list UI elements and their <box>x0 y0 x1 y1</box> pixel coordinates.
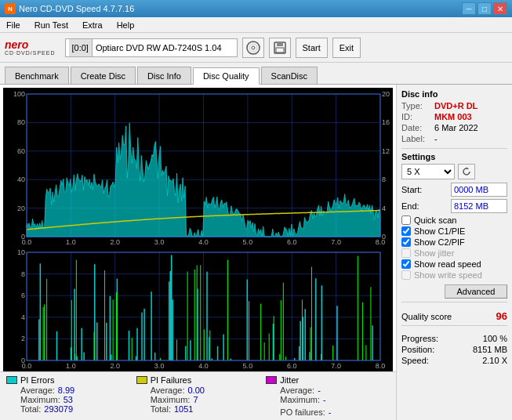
advanced-button[interactable]: Advanced <box>445 284 507 299</box>
menu-bar: File Run Test Extra Help <box>0 17 512 33</box>
progress-label: Progress: <box>401 334 438 343</box>
right-panel: Disc info Type: DVD+R DL ID: MKM 003 Dat… <box>396 85 512 420</box>
quick-scan-row: Quick scan <box>401 215 507 225</box>
svg-rect-4 <box>277 42 283 46</box>
drive-index: [0:0] <box>69 39 93 56</box>
show-jitter-checkbox[interactable] <box>401 248 411 258</box>
jitter-max-label: Maximum: <box>280 395 320 404</box>
disc-label-value: - <box>434 134 438 143</box>
menu-file[interactable]: File <box>3 20 24 31</box>
show-read-speed-checkbox[interactable] <box>401 259 411 269</box>
close-button[interactable]: ✕ <box>493 2 507 15</box>
refresh-icon-btn[interactable] <box>458 164 475 179</box>
progress-row: Progress: 100 % <box>401 334 507 343</box>
disc-id-label: ID: <box>401 112 431 121</box>
main-chart <box>3 88 393 371</box>
pi-errors-max-val: 53 <box>64 395 73 404</box>
disc-icon-btn[interactable] <box>242 38 264 58</box>
maximize-button[interactable]: □ <box>478 2 492 15</box>
pi-failures-avg-label: Average: <box>151 386 185 395</box>
disc-date-value: 6 Mar 2022 <box>434 123 478 132</box>
quality-score-label: Quality score <box>401 312 452 321</box>
exit-button[interactable]: Exit <box>332 38 361 58</box>
svg-point-1 <box>252 46 255 49</box>
show-c1pie-label[interactable]: Show C1/PIE <box>414 226 465 236</box>
legend-pi-failures: PI Failures Average: 0.00 Maximum: 7 Tot… <box>136 375 260 417</box>
settings-section-title: Settings <box>401 152 507 161</box>
menu-run-test[interactable]: Run Test <box>31 20 71 31</box>
disc-id-value: MKM 003 <box>434 112 472 121</box>
legend-jitter: Jitter Average: - Maximum: - PO failures… <box>266 375 390 417</box>
menu-help[interactable]: Help <box>114 20 138 31</box>
pi-failures-avg-val: 0.00 <box>187 386 204 395</box>
quick-scan-checkbox[interactable] <box>401 215 411 225</box>
start-input[interactable] <box>451 183 507 197</box>
speed-select[interactable]: 5 X 4 X 8 X Max <box>401 164 455 179</box>
pi-failures-max-label: Maximum: <box>151 395 191 404</box>
save-icon-btn[interactable] <box>269 38 291 58</box>
po-failures-label: PO failures: <box>280 407 325 417</box>
legend-pi-errors: PI Errors Average: 8.99 Maximum: 53 Tota… <box>6 375 130 417</box>
charts-container <box>3 88 393 371</box>
po-failures-val: - <box>329 407 332 417</box>
speed-label: Speed: <box>401 356 429 365</box>
pi-failures-total-label: Total: <box>151 404 171 414</box>
quick-scan-label[interactable]: Quick scan <box>414 215 456 225</box>
show-read-speed-row: Show read speed <box>401 259 507 269</box>
tab-bar: Benchmark Create Disc Disc Info Disc Qua… <box>0 63 512 85</box>
end-label: End: <box>401 201 419 211</box>
disc-type-value: DVD+R DL <box>434 101 478 110</box>
disc-icon <box>246 41 260 55</box>
drive-selector[interactable]: [0:0] Optiarc DVD RW AD-7240S 1.04 <box>65 38 238 57</box>
tab-create-disc[interactable]: Create Disc <box>71 67 136 84</box>
show-write-speed-checkbox[interactable] <box>401 270 411 280</box>
svg-rect-5 <box>276 48 284 52</box>
tab-disc-info[interactable]: Disc Info <box>137 67 191 84</box>
end-row: End: <box>401 199 507 213</box>
menu-extra[interactable]: Extra <box>79 20 106 31</box>
jitter-swatch <box>266 376 277 384</box>
show-c2pif-label[interactable]: Show C2/PIF <box>414 237 465 247</box>
svg-point-0 <box>247 42 260 54</box>
pi-failures-max-val: 7 <box>193 395 198 404</box>
title-text: Nero CD-DVD Speed 4.7.7.16 <box>19 4 134 13</box>
title-bar: N Nero CD-DVD Speed 4.7.7.16 ─ □ ✕ <box>0 0 512 17</box>
disc-type-label: Type: <box>401 101 431 110</box>
jitter-avg-val: - <box>318 386 321 395</box>
pi-errors-max-label: Maximum: <box>20 395 60 404</box>
legend-area: PI Errors Average: 8.99 Maximum: 53 Tota… <box>0 371 396 420</box>
tab-scan-disc[interactable]: ScanDisc <box>261 67 318 84</box>
end-input[interactable] <box>451 199 507 213</box>
position-row: Position: 8151 MB <box>401 345 507 354</box>
svg-marker-6 <box>467 167 469 169</box>
show-read-speed-label[interactable]: Show read speed <box>414 259 481 269</box>
minimize-button[interactable]: ─ <box>462 2 476 15</box>
pi-errors-total-val: 293079 <box>44 404 73 414</box>
pi-failures-title: PI Failures <box>151 375 192 385</box>
pi-errors-avg-label: Average: <box>20 386 55 395</box>
speed-row: Speed: 2.10 X <box>401 356 507 365</box>
app-icon: N <box>5 3 16 14</box>
disc-label-row: Label: - <box>401 134 507 143</box>
progress-section: Progress: 100 % Position: 8151 MB Speed:… <box>401 334 507 367</box>
svg-point-2 <box>249 44 257 52</box>
pi-errors-avg-val: 8.99 <box>58 386 74 395</box>
tab-benchmark[interactable]: Benchmark <box>5 67 69 84</box>
disc-date-row: Date: 6 Mar 2022 <box>401 123 507 132</box>
pi-errors-swatch <box>6 376 17 384</box>
divider3 <box>401 325 507 326</box>
show-c1pie-checkbox[interactable] <box>401 226 411 236</box>
pi-failures-total-val: 1051 <box>174 404 193 414</box>
start-row: Start: <box>401 183 507 197</box>
tab-disc-quality[interactable]: Disc Quality <box>193 67 260 85</box>
start-button[interactable]: Start <box>296 38 328 58</box>
drive-name: Optiarc DVD RW AD-7240S 1.04 <box>96 43 222 52</box>
nero-logo: nero CD·DVD/SPEED <box>5 39 56 56</box>
divider1 <box>401 148 507 149</box>
pi-failures-swatch <box>136 376 147 384</box>
show-jitter-label[interactable]: Show jitter <box>414 248 454 258</box>
show-write-speed-label[interactable]: Show write speed <box>414 270 482 280</box>
show-c2pif-row: Show C2/PIF <box>401 237 507 247</box>
show-c2pif-checkbox[interactable] <box>401 237 411 247</box>
refresh-icon <box>462 167 471 176</box>
